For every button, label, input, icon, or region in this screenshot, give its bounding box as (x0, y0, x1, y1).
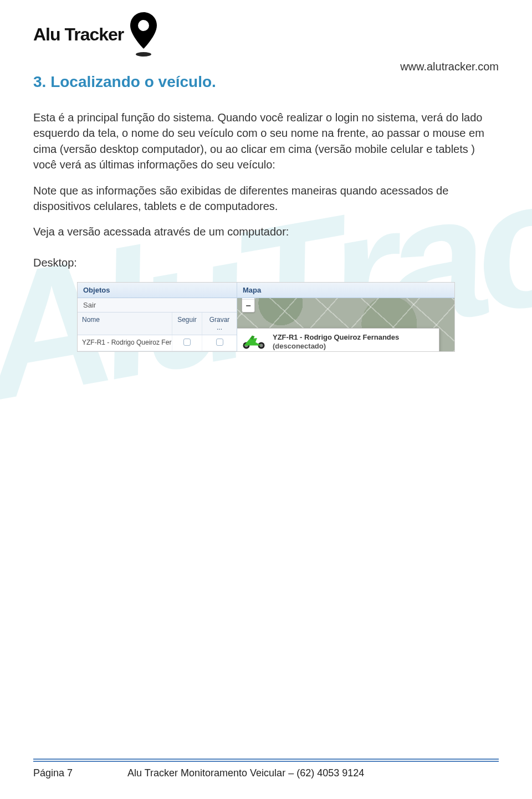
label-desktop: Desktop: (33, 257, 499, 269)
logo: Alu Tracker (33, 11, 159, 58)
page-footer: Página 7 Alu Tracker Monitoramento Veicu… (33, 759, 499, 779)
table-row[interactable]: YZF-R1 - Rodrigo Queiroz Fern... (78, 335, 237, 351)
paragraph-2: Note que as informações são exibidas de … (33, 183, 499, 214)
col-seguir[interactable]: Seguir (172, 313, 202, 335)
section-title: 3. Localizando o veículo. (33, 73, 499, 91)
paragraph-3: Veja a versão acessada através de um com… (33, 224, 499, 239)
table-header: Nome Seguir Gravar ... (78, 313, 237, 335)
cell-seguir (172, 335, 202, 351)
cell-nome: YZF-R1 - Rodrigo Queiroz Fern... (78, 335, 172, 351)
motorcycle-icon (241, 333, 267, 350)
page-header: Alu Tracker www.alutracker.com (33, 11, 499, 58)
link-sair[interactable]: Sair (78, 298, 237, 313)
zoom-out-button[interactable]: − (242, 300, 254, 312)
footer-divider (33, 759, 499, 760)
cell-gravar (202, 335, 237, 351)
svg-point-1 (136, 52, 151, 57)
header-url: www.alutracker.com (400, 60, 499, 73)
page-content: Alu Tracker www.alutracker.com 3. Locali… (0, 0, 532, 351)
panel-objetos-title: Objetos (78, 283, 237, 298)
footer-page-number: Página 7 (33, 767, 127, 779)
logo-text: Alu Tracker (33, 24, 124, 45)
vehicle-tooltip: YZF-R1 - Rodrigo Queiroz Fernandes (desc… (237, 328, 439, 351)
checkbox-seguir[interactable] (183, 339, 191, 346)
svg-point-0 (138, 20, 149, 31)
col-nome[interactable]: Nome (78, 313, 172, 335)
footer-divider (33, 761, 499, 762)
panel-mapa-title: Mapa (237, 283, 454, 298)
paragraph-1: Esta é a principal função do sistema. Qu… (33, 110, 499, 173)
tooltip-title: YZF-R1 - Rodrigo Queiroz Fernandes (273, 333, 399, 342)
map-pin-icon (128, 11, 159, 58)
col-gravar[interactable]: Gravar ... (202, 313, 237, 335)
app-screenshot: Objetos Sair Nome Seguir Gravar ... YZF-… (78, 283, 454, 351)
panel-mapa: Mapa + − YZF-R1 - Rodri (237, 283, 454, 351)
footer-company-info: Alu Tracker Monitoramento Veicular – (62… (127, 767, 499, 779)
checkbox-gravar[interactable] (216, 339, 223, 346)
panel-objetos: Objetos Sair Nome Seguir Gravar ... YZF-… (78, 283, 237, 351)
tooltip-header: YZF-R1 - Rodrigo Queiroz Fernandes (desc… (237, 329, 439, 351)
tooltip-status: (desconectado) (273, 342, 399, 350)
